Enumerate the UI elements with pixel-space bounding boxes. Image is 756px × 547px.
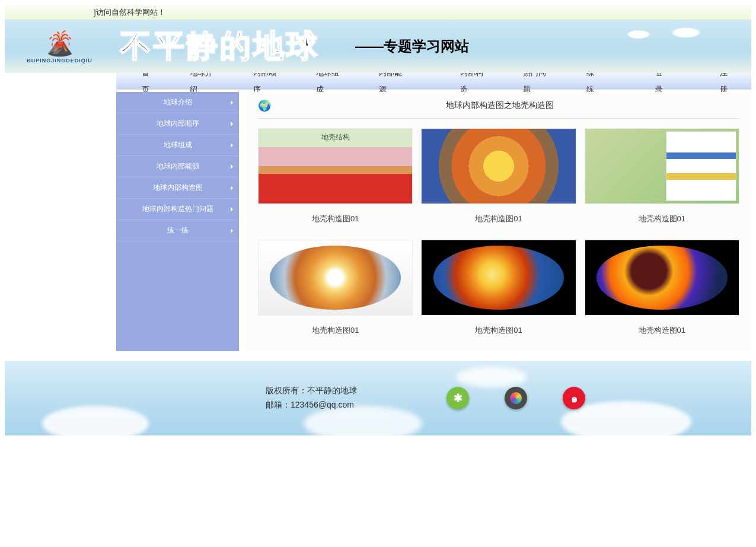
sidebar-item-energy[interactable]: 地球内部能源 (116, 156, 239, 177)
marquee-text: ]访问自然科学网站！ (94, 7, 165, 18)
globe-volcano-icon: 🌋 (45, 30, 75, 58)
chevron-right-icon (231, 207, 233, 212)
cloud-decoration (456, 367, 527, 387)
gallery-item: 地壳构造图01 (258, 128, 413, 233)
content-area: 🌍 地球内部构造图之地壳构造图 地壳构造图01 地壳构造图01 地壳构造图01 … (246, 92, 751, 351)
sidebar-item-practice[interactable]: 练一练 (116, 220, 239, 241)
social-icons: ✱ ๑ (446, 387, 585, 409)
image-gallery: 地壳构造图01 地壳构造图01 地壳构造图01 地壳构造图01 地壳构造图01 … (258, 128, 739, 344)
sidebar-item-composition[interactable]: 地球组成 (116, 135, 239, 156)
header-banner: 🌋 BUPINGJINGDEDIQIU 不平静的地球 ——专题学习网站 (5, 20, 751, 73)
gallery-image[interactable] (585, 128, 739, 204)
chevron-right-icon (231, 100, 233, 105)
gallery-image[interactable] (585, 240, 739, 316)
chevron-right-icon (231, 122, 233, 126)
copyright-text: 版权所有：不平静的地球 (266, 386, 357, 396)
top-announcement-bar: ]访问自然科学网站！ (5, 5, 751, 20)
sidebar-item-label: 地球内部构造图 (153, 183, 203, 193)
logo-text: BUPINGJINGDEDIQIU (27, 58, 92, 63)
footer-text: 版权所有：不平静的地球 邮箱：123456@qq.com (266, 382, 357, 414)
sidebar-item-order[interactable]: 地球内部顺序 (116, 113, 239, 135)
main-nav: 首页 地球介绍 内部顺序 地球组成 内部能源 内部构造 热门问题 练一练 登录 … (116, 73, 751, 90)
sidebar-item-structure[interactable]: 地球内部构造图 (116, 177, 239, 199)
chevron-right-icon (231, 164, 233, 169)
weibo-icon[interactable]: ๑ (563, 387, 585, 409)
footer: 版权所有：不平静的地球 邮箱：123456@qq.com ✱ ๑ (5, 361, 751, 435)
content-title: 地球内部构造图之地壳构造图 (276, 100, 724, 111)
sidebar-item-label: 地球内部顺序 (157, 119, 199, 129)
gallery-caption: 地壳构造图01 (421, 325, 576, 336)
gallery-item: 地壳构造图01 (258, 240, 413, 344)
chevron-right-icon (231, 228, 233, 233)
chevron-right-icon (231, 186, 233, 190)
gallery-caption: 地壳构造图01 (421, 214, 576, 224)
sidebar-item-intro[interactable]: 地球介绍 (116, 92, 239, 113)
logo[interactable]: 🌋 BUPINGJINGDEDIQIU (5, 20, 114, 73)
sidebar: 地球介绍 地球内部顺序 地球组成 地球内部能源 地球内部构造图 地球内部构造热门… (116, 92, 239, 351)
gallery-caption: 地壳构造图01 (585, 325, 739, 336)
chevron-right-icon (231, 143, 233, 148)
gallery-image[interactable] (258, 128, 413, 204)
email-text: 邮箱：123456@qq.com (266, 400, 357, 411)
gallery-item: 地壳构造图01 (421, 128, 576, 233)
gallery-image[interactable] (258, 240, 413, 316)
sidebar-item-label: 练一练 (167, 225, 189, 236)
wechat-icon[interactable]: ✱ (446, 387, 469, 409)
gallery-item: 地壳构造图01 (585, 128, 739, 233)
gallery-caption: 地壳构造图01 (258, 325, 413, 336)
content-header: 🌍 地球内部构造图之地壳构造图 (258, 99, 739, 119)
gallery-caption: 地壳构造图01 (585, 214, 739, 224)
gallery-image[interactable] (421, 128, 576, 204)
sidebar-item-label: 地球内部能源 (157, 161, 199, 171)
gallery-item: 地壳构造图01 (585, 240, 739, 344)
gallery-item: 地壳构造图01 (421, 240, 576, 344)
earth-icon: 🌍 (258, 99, 271, 112)
cloud-decoration (603, 26, 722, 43)
sidebar-item-faq[interactable]: 地球内部构造热门问题 (116, 199, 239, 220)
sidebar-item-label: 地球内部构造热门问题 (142, 204, 213, 214)
site-subtitle: ——专题学习网站 (355, 37, 469, 56)
sidebar-item-label: 地球组成 (164, 140, 192, 150)
camera-icon[interactable] (505, 387, 527, 409)
site-title: 不平静的地球 (120, 26, 320, 67)
gallery-image[interactable] (421, 240, 576, 316)
gallery-caption: 地壳构造图01 (258, 214, 413, 224)
sidebar-item-label: 地球介绍 (164, 97, 192, 107)
